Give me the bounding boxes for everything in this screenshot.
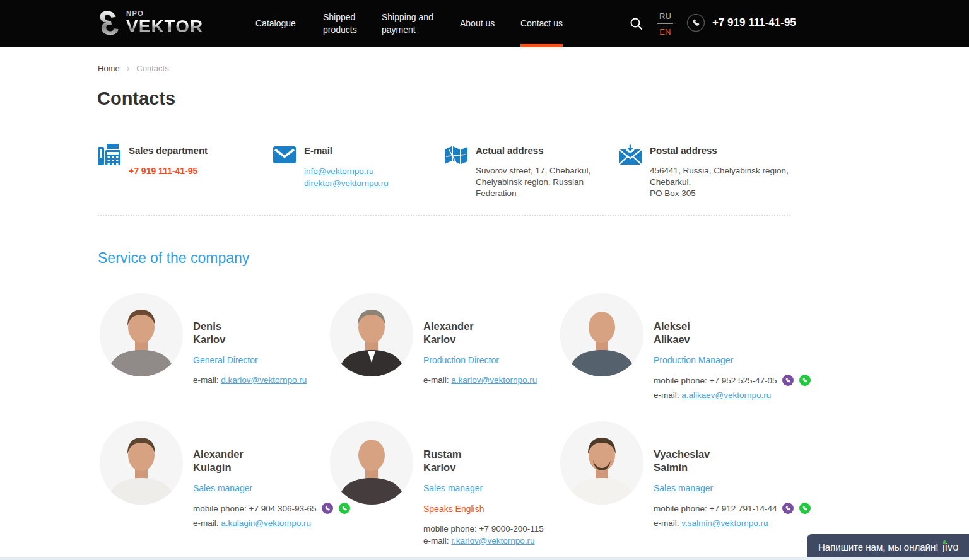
postal-envelope-icon xyxy=(619,143,642,199)
dotted-divider xyxy=(98,215,790,216)
email-link-direktor[interactable]: direktor@vektornpo.ru xyxy=(304,177,389,189)
avatar xyxy=(100,421,183,505)
person-name: Denis Karlov xyxy=(193,320,307,346)
fax-phone-icon xyxy=(98,143,120,177)
person-role: Sales manager xyxy=(654,483,811,493)
company-logo[interactable]: 3 NPO VEKTOR xyxy=(98,4,203,41)
avatar xyxy=(560,293,643,376)
chat-message: Напишите нам, мы онлайн! xyxy=(818,542,938,552)
logo-text: NPO VEKTOR xyxy=(126,4,203,36)
page-title: Contacts xyxy=(97,88,175,109)
person-email-row: e-mail: a.alikaev@vektornpo.ru xyxy=(654,390,811,402)
services-section-title: Service of the company xyxy=(98,250,249,267)
info-block-sales-department: Sales department +7 919 111-41-95 xyxy=(98,143,265,177)
person-email-link[interactable]: a.kulagin@vektornpo.ru xyxy=(221,518,311,528)
person-card-rustam-karlov: Rustam Karlov Sales manager Speaks Engli… xyxy=(330,421,554,547)
logo-company-name: VEKTOR xyxy=(126,17,203,36)
lang-ru-option[interactable]: RU xyxy=(657,11,673,24)
info-block-actual-address: Actual address Suvorov street, 17, Cheba… xyxy=(445,143,615,199)
person-email-link[interactable]: d.karlov@vektornpo.ru xyxy=(221,375,307,385)
person-role: Production Director xyxy=(423,355,537,365)
actual-address-text: Suvorov street, 17, Chebarkul, Chelyabin… xyxy=(476,165,590,199)
person-card-alexander-kulagin: Alexander Kulagin Sales manager mobile p… xyxy=(100,421,324,529)
nav-item-contact-us-active[interactable]: Contact us xyxy=(520,17,563,30)
actual-address-title: Actual address xyxy=(476,143,590,156)
info-block-email: E-mail info@vektornpo.ru direktor@vektor… xyxy=(273,143,431,189)
avatar xyxy=(330,293,413,376)
postal-address-title: Postal address xyxy=(650,143,789,156)
search-icon[interactable] xyxy=(630,17,643,31)
person-card-alexander-karlov: Alexander Karlov Production Director e-m… xyxy=(330,293,554,387)
viber-icon[interactable] xyxy=(782,503,794,518)
person-email-link[interactable]: r.karlov@vektornpo.ru xyxy=(451,536,534,545)
email-title: E-mail xyxy=(304,143,389,156)
person-name: Rustam Karlov xyxy=(423,448,544,474)
nav-item-catalogue[interactable]: Catalogue xyxy=(255,17,296,30)
phone-icon xyxy=(686,13,705,32)
breadcrumb-current: Contacts xyxy=(136,64,168,73)
person-card-aleksei-alikaev: Aleksei Alikaev Production Manager mobil… xyxy=(560,293,784,401)
person-role: Sales manager xyxy=(423,483,544,493)
jivo-logo: ȷivo xyxy=(943,542,959,553)
person-email-link[interactable]: a.alikaev@vektornpo.ru xyxy=(681,390,771,400)
person-mobile-row: mobile phone: +7 952 525-47-05 xyxy=(654,375,811,390)
viber-icon[interactable] xyxy=(782,375,794,390)
person-name: Alexander Kulagin xyxy=(193,448,350,474)
person-name: Vyacheslav Salmin xyxy=(654,448,811,474)
language-switcher: RU EN xyxy=(657,11,673,37)
page-bottom-edge xyxy=(0,557,969,560)
person-email-link[interactable]: a.karlov@vektornpo.ru xyxy=(451,375,537,385)
email-link-info[interactable]: info@vektornpo.ru xyxy=(304,165,389,177)
person-role: Production Manager xyxy=(654,355,811,365)
person-role: General Director xyxy=(193,355,307,365)
person-card-vyacheslav-salmin: Vyacheslav Salmin Sales manager mobile p… xyxy=(560,421,784,529)
person-email-row: e-mail: a.kulagin@vektornpo.ru xyxy=(193,518,350,530)
breadcrumb-home-link[interactable]: Home xyxy=(98,64,120,73)
top-navigation-bar: 3 NPO VEKTOR Catalogue Shipped products … xyxy=(0,0,969,47)
whatsapp-icon[interactable] xyxy=(799,503,811,518)
nav-item-shipping-and-payment[interactable]: Shipping and payment xyxy=(382,11,442,36)
person-mobile-row: mobile phone: +7 912 791-14-44 xyxy=(654,503,811,518)
breadcrumb-separator: › xyxy=(127,63,130,73)
lang-en-option[interactable]: EN xyxy=(657,24,673,37)
sales-department-title: Sales department xyxy=(129,143,208,156)
envelope-icon xyxy=(273,143,296,189)
person-card-denis-karlov: Denis Karlov General Director e-mail: d.… xyxy=(100,293,324,387)
avatar xyxy=(100,293,183,376)
person-name: Aleksei Alikaev xyxy=(654,320,811,346)
postal-address-text: 456441, Russia, Chelyabinsk region, Cheb… xyxy=(650,165,789,199)
header-phone-number[interactable]: +7 919 111-41-95 xyxy=(712,16,796,29)
nav-item-about-us[interactable]: About us xyxy=(460,17,495,30)
person-mobile-row: mobile phone: +7 9000-200-115 xyxy=(423,523,544,535)
person-email-link[interactable]: v.salmin@vektornpo.ru xyxy=(681,518,768,528)
person-email-row: e-mail: r.karlov@vektornpo.ru xyxy=(423,535,544,547)
jivo-chat-widget[interactable]: Напишите нам, мы онлайн! ȷivo xyxy=(806,533,969,560)
person-mobile-row: mobile phone: +7 904 306-93-65 xyxy=(193,503,350,518)
person-role: Sales manager xyxy=(193,483,350,493)
map-icon xyxy=(445,143,467,199)
person-email-row: e-mail: v.salmin@vektornpo.ru xyxy=(654,518,811,530)
whatsapp-icon[interactable] xyxy=(799,375,811,390)
person-name: Alexander Karlov xyxy=(423,320,537,346)
nav-item-shipped-products[interactable]: Shipped products xyxy=(323,11,365,36)
breadcrumb: Home›Contacts xyxy=(98,63,169,73)
avatar xyxy=(560,421,643,505)
person-email-row: e-mail: d.karlov@vektornpo.ru xyxy=(193,375,307,387)
avatar xyxy=(330,421,413,505)
person-email-row: e-mail: a.karlov@vektornpo.ru xyxy=(423,375,537,387)
logo-mark-icon: 3 xyxy=(98,4,121,41)
person-speaks-english-note: Speaks English xyxy=(423,504,544,514)
sales-phone-number[interactable]: +7 919 111-41-95 xyxy=(129,166,197,176)
info-block-postal-address: Postal address 456441, Russia, Chelyabin… xyxy=(619,143,796,199)
